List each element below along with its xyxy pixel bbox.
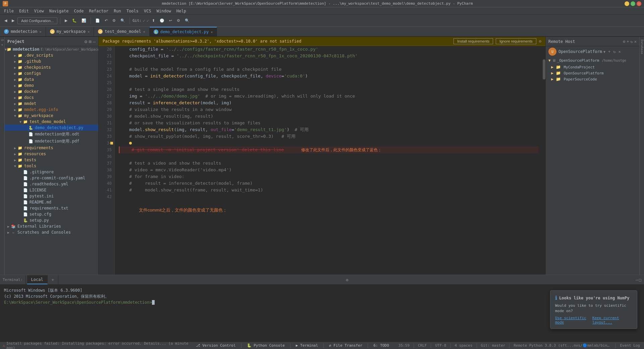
- tab-close-test-demo[interactable]: ✕: [143, 30, 145, 34]
- menu-edit[interactable]: Edit: [16, 8, 32, 14]
- tree-requirements-txt[interactable]: 📄 requirements.txt: [5, 205, 98, 211]
- bottom-python-console-tab[interactable]: 🐍 Python Console: [246, 343, 286, 348]
- menu-tools[interactable]: Tools: [124, 8, 141, 14]
- run-button[interactable]: ▶: [63, 17, 69, 24]
- project-collapse-icon[interactable]: —: [93, 39, 96, 44]
- remote-add-btn[interactable]: +: [608, 49, 610, 54]
- tree-docs[interactable]: ▶ 📁 docs: [5, 95, 98, 101]
- add-configuration-button[interactable]: Add Configuration...: [17, 17, 57, 24]
- tree-setup-py[interactable]: 🐍 setup.py: [5, 217, 98, 223]
- bottom-file-transfer-tab[interactable]: ⇄ File Transfer: [328, 343, 364, 348]
- back-button[interactable]: ◀: [3, 17, 9, 24]
- debug-button[interactable]: 🐛: [70, 17, 78, 24]
- tab-mmdetection[interactable]: P mmdetection ✕: [0, 27, 46, 36]
- project-settings-icon[interactable]: ⚙: [85, 39, 87, 44]
- tree-my-workspace[interactable]: ▼ 📁 my_workspace: [5, 113, 98, 119]
- git-push-button[interactable]: ⬆: [150, 17, 157, 24]
- remote-refresh-btn[interactable]: ↻: [613, 49, 615, 54]
- menu-run[interactable]: Run: [111, 8, 124, 14]
- window-controls[interactable]: ─ □ ✕: [625, 1, 641, 6]
- tab-close-mmdetection[interactable]: ✕: [39, 30, 41, 34]
- remote-folder-paper[interactable]: ▶ 📁 PaperSourceCode: [546, 76, 639, 82]
- database-icon[interactable]: Database: [640, 37, 644, 57]
- code-content[interactable]: config_file = '../../configs/faster_rcnn…: [115, 46, 543, 275]
- menu-file[interactable]: File: [1, 8, 16, 14]
- keep-layout-link[interactable]: Keep current layout...: [592, 316, 632, 325]
- remote-settings-icon[interactable]: ⚙: [623, 39, 625, 44]
- tree-license[interactable]: 📄 LICENSE: [5, 187, 98, 193]
- tree-docker[interactable]: ▶ 📁 docker: [5, 89, 98, 95]
- tree-mmdet-egg[interactable]: ▶ 📁 mmdet.egg-info: [5, 107, 98, 113]
- tree-readme[interactable]: 📄 README.md: [5, 199, 98, 205]
- maximize-button[interactable]: □: [631, 1, 635, 6]
- remote-add-icon[interactable]: +: [627, 39, 629, 44]
- status-remote-python[interactable]: Remote Python 3.8.3 (sft...nvs/🔵mmlab/bi…: [512, 343, 613, 348]
- terminal-minimize-icon[interactable]: —: [636, 278, 638, 282]
- terminal-content[interactable]: Microsoft Windows [版本 6.3.9600] (c) 2013…: [0, 285, 644, 342]
- menu-view[interactable]: View: [32, 8, 47, 14]
- tree-demo[interactable]: ▶ 📁 demo: [5, 82, 98, 89]
- close-button[interactable]: ✕: [637, 1, 641, 6]
- redo-button[interactable]: ⚙: [111, 17, 117, 24]
- tab-test-demo-model[interactable]: 📁 test_demo_model ✕: [94, 27, 149, 36]
- remote-connection-row[interactable]: U OpenSourcePlatform ▼ + ↻ ✕: [546, 46, 639, 57]
- tree-pytest[interactable]: 📄 pytest.ini: [5, 193, 98, 199]
- tree-data[interactable]: ▶ 📁 data: [5, 76, 98, 82]
- tree-demo-detectobject[interactable]: 🐍 demo_detectobject.py: [5, 125, 98, 131]
- remote-close-icon[interactable]: ✕: [634, 39, 637, 44]
- editor-scrollbar[interactable]: [543, 46, 545, 275]
- bottom-version-control-tab[interactable]: ⎇ Version Control: [195, 343, 237, 348]
- tree-github[interactable]: ▶ 📁 .github: [5, 58, 98, 64]
- add-terminal-tab[interactable]: +: [48, 275, 58, 284]
- status-event-log[interactable]: Event Log: [619, 343, 641, 348]
- bottom-todo-tab[interactable]: 6: TODO: [372, 343, 390, 348]
- status-indent[interactable]: 4 spaces: [453, 343, 474, 348]
- activity-favorites[interactable]: ★: [1, 43, 4, 46]
- git-settings-button[interactable]: ⚙: [175, 17, 182, 24]
- recent-files-button[interactable]: 📄: [94, 17, 102, 24]
- bottom-tab-local[interactable]: Local: [27, 275, 48, 284]
- tab-demo-detectobject[interactable]: 🐍 demo_detectobject.py ✕: [150, 27, 217, 36]
- tree-precommit[interactable]: 📄 .pre-commit-config.yaml: [5, 175, 98, 181]
- menu-code[interactable]: Code: [71, 8, 87, 14]
- tree-test-demo-model[interactable]: ▼ 📁 test_demo_model: [5, 119, 98, 125]
- remote-server-row[interactable]: ▼ 🖥 _OpenSourcePlatform /home/hustge: [546, 57, 639, 64]
- bottom-terminal-tab[interactable]: ▶ Terminal: [294, 343, 319, 348]
- menu-window[interactable]: Window: [154, 8, 174, 14]
- tree-readthedocs[interactable]: 📄 .readthedocs.yml: [5, 181, 98, 187]
- menu-navigate[interactable]: Navigate: [47, 8, 71, 14]
- tree-setup-cfg[interactable]: 📄 setup.cfg: [5, 211, 98, 217]
- tree-configs[interactable]: ▶ 📁 configs: [5, 70, 98, 76]
- remote-remove-btn[interactable]: ✕: [619, 49, 621, 54]
- tree-checkpoints[interactable]: ▶ 📁 checkpoints: [5, 64, 98, 70]
- tree-gitignore[interactable]: 📄 .gitignore: [5, 169, 98, 175]
- menu-help[interactable]: Help: [174, 8, 189, 14]
- tree-external-libraries[interactable]: ▶ 📚 External Libraries: [5, 223, 98, 229]
- remote-refresh-icon[interactable]: ↻: [631, 39, 633, 44]
- terminal-expand-icon[interactable]: □: [639, 278, 641, 282]
- tree-requirements[interactable]: ▶ 📁 requirements: [5, 145, 98, 151]
- remote-dropdown-icon[interactable]: ▼: [603, 50, 605, 54]
- tree-mmdet[interactable]: ▶ 📁 mmdet: [5, 101, 98, 107]
- remote-folder-opensource[interactable]: ▶ 📁 OpenSourcePlatform: [546, 70, 639, 76]
- warning-settings-icon[interactable]: ⚙: [539, 39, 541, 44]
- tree-pdf[interactable]: 📄 mmdetection使用.pdf: [5, 138, 98, 145]
- status-encoding[interactable]: UTF-8: [434, 343, 447, 348]
- menu-refactor[interactable]: Refactor: [86, 8, 111, 14]
- tree-tests[interactable]: ▶ 📁 tests: [5, 157, 98, 163]
- tree-dev-scripts[interactable]: ▶ 📁 .dev_scripts: [5, 52, 98, 58]
- tab-my-workspace[interactable]: 📁 my_workspace ✕: [46, 27, 94, 36]
- tab-close-demo-detect[interactable]: ✕: [211, 30, 213, 34]
- menu-vcs[interactable]: VCS: [141, 8, 154, 14]
- project-layout-icon[interactable]: ⊞: [89, 39, 91, 44]
- status-crlf[interactable]: CRLF: [417, 343, 428, 348]
- tree-scratches[interactable]: ▶ ✏ Scratches and Consoles: [5, 229, 98, 235]
- code-editor[interactable]: 20 21 22 23 24 25 26 27 28 29 30 31 32 3…: [99, 46, 545, 275]
- tree-root-mmdetection[interactable]: ▼ 📁 mmdetection E:\WorkSpace\Server_Work…: [5, 46, 98, 52]
- minimize-button[interactable]: ─: [625, 1, 629, 6]
- tree-odt[interactable]: 📄 mmdetection使用.odt: [5, 131, 98, 138]
- ignore-requirements-button[interactable]: Ignore requirements: [496, 38, 536, 44]
- remote-folder-myconda[interactable]: ▶ 📁 MyCondaProject: [546, 64, 639, 70]
- tree-tools[interactable]: ▼ 📁 tools: [5, 163, 98, 169]
- git-history-button[interactable]: 🕐: [158, 17, 166, 24]
